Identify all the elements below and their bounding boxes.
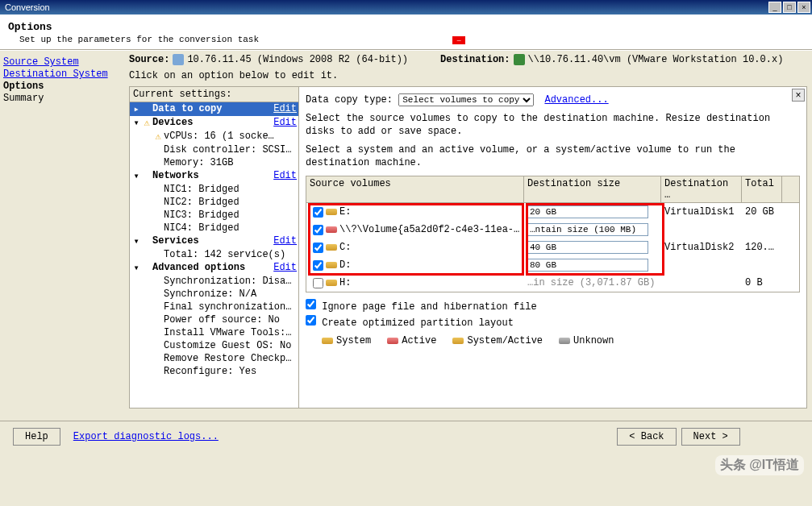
dest-disk: VirtualDisk1: [661, 205, 742, 218]
col-dest-size[interactable]: Destination size: [524, 176, 661, 202]
volume-label: D:: [339, 259, 351, 271]
advanced-link[interactable]: Advanced...: [544, 94, 608, 106]
size-input[interactable]: [527, 241, 648, 254]
tree-row[interactable]: NIC2: Bridged: [130, 196, 298, 209]
tree-row[interactable]: Synchronize: N/A: [130, 288, 298, 301]
source-dest-row: Source: 10.76.11.45 (Windows 2008 R2 (64…: [129, 54, 807, 65]
volume-checkbox[interactable]: [313, 260, 323, 271]
size-input[interactable]: [527, 223, 648, 236]
edit-link[interactable]: Edit: [273, 103, 297, 115]
volumes-table: Source volumes Destination size Destinat…: [306, 176, 800, 292]
dest-disk: [661, 264, 742, 266]
source-label: Source:: [129, 54, 169, 65]
settings-tree[interactable]: Current settings: ▸Data to copyEdit▾⚠Dev…: [130, 87, 299, 408]
flag-icon: —: [452, 36, 465, 44]
tree-row[interactable]: ⚠vCPUs: 16 (1 socke…: [130, 130, 298, 143]
volume-checkbox[interactable]: [313, 225, 323, 235]
volume-checkbox[interactable]: [313, 207, 323, 218]
tree-header: Current settings:: [130, 87, 298, 102]
edit-link[interactable]: Edit: [273, 235, 297, 247]
tree-row[interactable]: Total: 142 service(s): [130, 248, 298, 261]
table-row[interactable]: \\?\Volume{a5a2d0f2-c4e3-11ea-…: [306, 221, 799, 238]
tree-row[interactable]: Disk controller: SCSI…: [130, 143, 298, 156]
page-header: Options Set up the parameters for the co…: [0, 15, 812, 50]
active-icon: [387, 338, 398, 344]
export-logs-link[interactable]: Export diagnostic logs...: [73, 431, 219, 442]
data-copy-label: Data copy type:: [306, 94, 393, 106]
size-input[interactable]: [527, 205, 648, 218]
table-row[interactable]: D:: [306, 256, 799, 274]
edit-link[interactable]: Edit: [273, 262, 297, 274]
system-icon: [322, 338, 333, 344]
watermark: 头条 @IT悟道: [715, 455, 804, 475]
unknown-icon: [559, 338, 570, 344]
source-value: 10.76.11.45 (Windows 2008 R2 (64-bit)): [187, 54, 408, 65]
description-2: Select a system and an active volume, or…: [306, 144, 800, 169]
page-subtitle: Set up the parameters for the conversion…: [19, 35, 259, 44]
col-source[interactable]: Source volumes: [306, 176, 524, 202]
tree-row[interactable]: Remove Restore Checkp…: [130, 352, 298, 365]
size-input[interactable]: [527, 259, 648, 272]
options-panel: × Data copy type: Select volumes to copy…: [299, 87, 806, 408]
table-row[interactable]: H:…in size (3,071.87 GB)0 B: [306, 274, 799, 292]
maximize-button[interactable]: □: [783, 2, 796, 13]
table-row[interactable]: E:VirtualDisk120 GB: [306, 203, 799, 221]
window-titlebar: Conversion _ □ ×: [0, 0, 812, 15]
optimized-layout-checkbox[interactable]: Create optimized partition layout: [306, 315, 800, 329]
volume-label: \\?\Volume{a5a2d0f2-c4e3-11ea-…: [339, 224, 519, 235]
tree-row[interactable]: Memory: 31GB: [130, 156, 298, 169]
hint-text: Click on an option below to edit it.: [129, 70, 807, 81]
dest-disk: [661, 229, 742, 230]
nav-step[interactable]: Source System: [3, 56, 126, 68]
window-title: Conversion: [2, 2, 768, 12]
volume-checkbox[interactable]: [313, 243, 323, 253]
nav-step: Summary: [3, 93, 126, 104]
total-size: 20 GB: [742, 205, 782, 218]
tree-row[interactable]: NIC4: Bridged: [130, 222, 298, 234]
tree-row[interactable]: ▾NetworksEdit: [130, 169, 298, 183]
panel-close-button[interactable]: ×: [792, 89, 805, 102]
description-1: Select the source volumes to copy to the…: [306, 113, 800, 138]
tree-row[interactable]: Customize Guest OS: No: [130, 339, 298, 352]
tree-row[interactable]: ▾ServicesEdit: [130, 234, 298, 248]
tree-row[interactable]: Reconfigure: Yes: [130, 365, 298, 378]
computer-icon: [173, 54, 184, 65]
volume-checkbox[interactable]: [313, 278, 323, 288]
data-copy-select[interactable]: Select volumes to copy: [398, 93, 534, 106]
ignore-pagefile-checkbox[interactable]: Ignore page file and hibernation file: [306, 299, 800, 313]
tree-row[interactable]: Install VMware Tools:…: [130, 326, 298, 339]
volume-label: E:: [339, 206, 351, 218]
total-size: 0 B: [742, 276, 782, 289]
disk-icon: [326, 262, 337, 268]
tree-row[interactable]: ▾⚠DevicesEdit: [130, 116, 298, 130]
dest-disk: [661, 282, 742, 284]
dest-label: Destination:: [440, 54, 510, 65]
nav-step[interactable]: Destination System: [3, 68, 126, 80]
tree-row[interactable]: NIC1: Bridged: [130, 183, 298, 196]
tree-row[interactable]: ▸Data to copyEdit: [130, 102, 298, 116]
minimize-button[interactable]: _: [768, 2, 781, 13]
table-row[interactable]: C:VirtualDisk2120.…: [306, 238, 799, 256]
dest-value: \\10.76.11.40\vm (VMware Workstation 10.…: [528, 54, 784, 65]
volume-label: H:: [339, 277, 351, 288]
page-title: Options: [8, 21, 804, 33]
disk-icon: [326, 244, 337, 251]
edit-link[interactable]: Edit: [273, 117, 297, 129]
disk-icon: [326, 280, 337, 286]
total-size: [742, 229, 782, 230]
volume-label: C:: [339, 242, 351, 253]
next-button[interactable]: Next >: [681, 428, 740, 446]
edit-link[interactable]: Edit: [273, 170, 297, 182]
tree-row[interactable]: ▾Advanced optionsEdit: [130, 261, 298, 275]
close-button[interactable]: ×: [797, 2, 810, 13]
tree-row[interactable]: NIC3: Bridged: [130, 209, 298, 222]
tree-row[interactable]: Power off source: No: [130, 313, 298, 326]
tree-row[interactable]: Final synchronization…: [130, 301, 298, 313]
col-dest-disk[interactable]: Destination …: [661, 176, 742, 202]
help-button[interactable]: Help: [13, 428, 60, 446]
col-total[interactable]: Total: [742, 176, 782, 202]
step-nav: Source SystemDestination SystemOptionsSu…: [0, 51, 129, 421]
tree-row[interactable]: Synchronization: Disa…: [130, 275, 298, 288]
total-size: [742, 264, 782, 266]
back-button[interactable]: < Back: [617, 428, 676, 446]
